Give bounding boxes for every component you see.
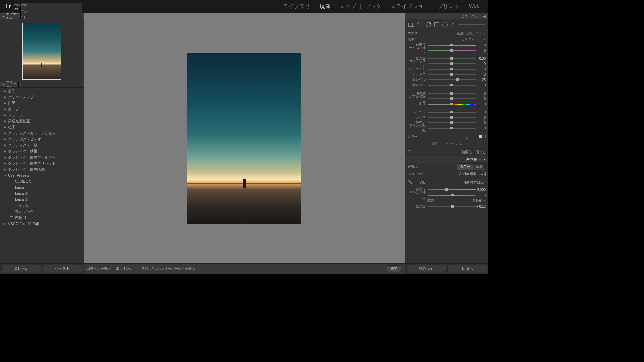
slider-knob[interactable] <box>450 121 453 124</box>
slider-かすみの除去[interactable]: かすみの除去0 <box>405 96 488 101</box>
profile-row[interactable]: プロファイル : Adobe 標準 : <box>405 170 488 178</box>
module-現像[interactable]: 現像 <box>316 3 334 10</box>
slider-色かぶり補正[interactable]: 色かぶり補正+ 13 <box>405 192 488 198</box>
preset-group[interactable]: ▶白黒 <box>0 100 84 106</box>
preset-group[interactable]: ▶粒子 <box>0 124 84 130</box>
copy-button[interactable]: コピー... <box>1 265 41 272</box>
profile-browser-icon[interactable] <box>481 172 486 176</box>
preset-group[interactable]: ▶クラシック - 白黒プリセット <box>0 160 84 166</box>
nav-size-全体[interactable]: 全体 <box>21 3 82 7</box>
pin-value[interactable]: 常にオン : <box>116 266 131 271</box>
eyedropper-icon[interactable] <box>407 179 414 186</box>
brush-tool-icon[interactable] <box>451 23 454 26</box>
preset-group[interactable]: ▶シャープ <box>0 112 84 118</box>
preset-item[interactable]: 青オレンジ <box>0 208 84 215</box>
preset-group[interactable]: ▶カーブ <box>0 106 84 112</box>
module-Web[interactable]: Web <box>465 3 483 10</box>
module-プリント[interactable]: プリント <box>434 3 463 10</box>
basic-section-header[interactable]: 基本補正 ▼ <box>405 156 488 163</box>
done-button[interactable]: 完了 <box>387 265 401 272</box>
previous-settings-button[interactable]: 前の設定 <box>406 265 446 272</box>
overlay-checkbox[interactable] <box>135 267 138 270</box>
redeye-tool-icon[interactable] <box>426 22 431 27</box>
preset-item[interactable]: Leica ③ <box>0 196 84 202</box>
treatment-白黒[interactable]: 白黒 <box>473 163 486 170</box>
histogram-header[interactable]: ヒストグラム ◀ <box>405 13 488 19</box>
paste-button[interactable]: ペースト <box>43 265 83 272</box>
slider-彩度[interactable]: 彩度0 <box>405 101 488 107</box>
mask-reset-button[interactable]: 初期化 <box>462 150 472 155</box>
preset-group[interactable]: ▶カラー <box>0 88 84 94</box>
slider-knob[interactable] <box>450 49 453 52</box>
mask-tab-ブラシ[interactable]: ブラシ <box>476 31 486 36</box>
slider-knob[interactable] <box>456 78 459 81</box>
mask-tab-新規[interactable]: 新規 <box>457 31 464 36</box>
slider-knob[interactable] <box>450 103 453 105</box>
effect-value[interactable]: カスタム : <box>461 37 477 42</box>
spot-tool-icon[interactable] <box>417 22 422 27</box>
treatment-カラー[interactable]: カラー <box>457 163 473 170</box>
navigator-preview[interactable] <box>0 19 84 82</box>
slider-knob[interactable] <box>450 44 453 46</box>
module-マップ[interactable]: マップ <box>336 3 359 10</box>
preset-group[interactable]: ▶クラシック - 一般 <box>0 142 84 148</box>
slider-knob[interactable] <box>450 84 453 86</box>
preset-item[interactable]: ライカ3 <box>0 202 84 208</box>
mask-close-button[interactable]: 閉じる <box>476 150 486 155</box>
crop-tool-icon[interactable] <box>408 23 414 27</box>
radial-tool-icon[interactable] <box>442 22 448 27</box>
slider-knob[interactable] <box>450 57 453 60</box>
preset-item[interactable]: CURBON <box>0 178 84 184</box>
preset-group-user[interactable]: ▼User Presets <box>0 172 84 178</box>
effect-row[interactable]: 効果 : カスタム : ▼ <box>405 36 488 42</box>
preset-group[interactable]: ▶クリエイティブ <box>0 94 84 100</box>
preset-group[interactable]: ▶クラシック - ビデオ <box>0 136 84 142</box>
slider-knob[interactable] <box>450 127 453 129</box>
navigator-header[interactable]: ▼ ナビゲーター 全体フル1:11:2▾ <box>0 13 84 19</box>
slider-フリンジ軽減[interactable]: フリンジ軽減0 <box>405 125 488 131</box>
slider-白レベル[interactable]: 白レベル25 <box>405 77 488 82</box>
color-swatch-icon[interactable] <box>479 135 486 138</box>
mask-tab-編集[interactable]: 編集 <box>466 31 473 36</box>
canvas-area[interactable] <box>84 13 405 263</box>
preset-item[interactable]: 着物用 <box>0 215 84 221</box>
preset-group[interactable]: ▶クラシック - 白黒フィルター <box>0 154 84 160</box>
slider-シャドウ[interactable]: シャドウ0 <box>405 72 488 77</box>
slider-knob[interactable] <box>450 97 453 100</box>
slider-黒レベル[interactable]: 黒レベル0 <box>405 82 488 88</box>
wb-value[interactable]: 撮影時の設定 : <box>464 180 486 185</box>
reset-button[interactable]: 初期化 <box>447 265 487 272</box>
tool-size-slider[interactable] <box>458 24 485 25</box>
slider-ハイライト[interactable]: ハイライト0 <box>405 66 488 72</box>
color-row[interactable]: カラー <box>405 133 488 140</box>
add-preset-icon[interactable]: ＋ <box>19 82 82 87</box>
slider-色かぶり補正[interactable]: 色かぶり補正0 <box>405 48 488 53</box>
slider-knob[interactable] <box>450 68 453 70</box>
slider-knob[interactable] <box>450 92 453 95</box>
left-collapse-icon[interactable] <box>20 137 23 141</box>
slider-knob[interactable] <box>445 188 448 191</box>
module-ライブラリ[interactable]: ライブラリ <box>280 3 313 10</box>
slider-knob[interactable] <box>450 111 453 113</box>
preset-item[interactable]: Leica <box>0 184 84 190</box>
presets-header[interactable]: ▼ プリセット ＋ <box>0 82 84 88</box>
range-mask-row[interactable]: 範囲マスク : オフ ⇅ <box>405 140 488 148</box>
slider-knob[interactable] <box>451 194 454 196</box>
gradient-tool-icon[interactable] <box>434 22 439 27</box>
slider-露光量[interactable]: 露光量+ 0.12 <box>405 204 488 209</box>
slider-ノイズ[interactable]: ノイズ0 <box>405 115 488 120</box>
slider-knob[interactable] <box>451 205 454 208</box>
slider-シャープ[interactable]: シャープ0 <box>405 109 488 115</box>
module-ブック[interactable]: ブック <box>362 3 385 10</box>
profile-value[interactable]: Adobe 標準 : <box>459 172 478 176</box>
right-collapse-icon[interactable] <box>466 137 468 141</box>
preset-item[interactable]: Leica ② <box>0 190 84 196</box>
module-スライドショー[interactable]: スライドショー <box>387 3 432 10</box>
preset-group[interactable]: ▶クラシック - 白黒階調 <box>0 166 84 172</box>
preset-group[interactable]: ▶VSCO Film 01 Fuji <box>0 221 84 227</box>
nav-size-フル[interactable]: フル <box>21 9 82 14</box>
preset-group[interactable]: ▶クラシック - 効果 <box>0 148 84 154</box>
slider-コントラスト[interactable]: コントラスト0 <box>405 61 488 66</box>
slider-knob[interactable] <box>450 62 453 65</box>
mask-toggle-checkbox[interactable] <box>408 150 411 154</box>
